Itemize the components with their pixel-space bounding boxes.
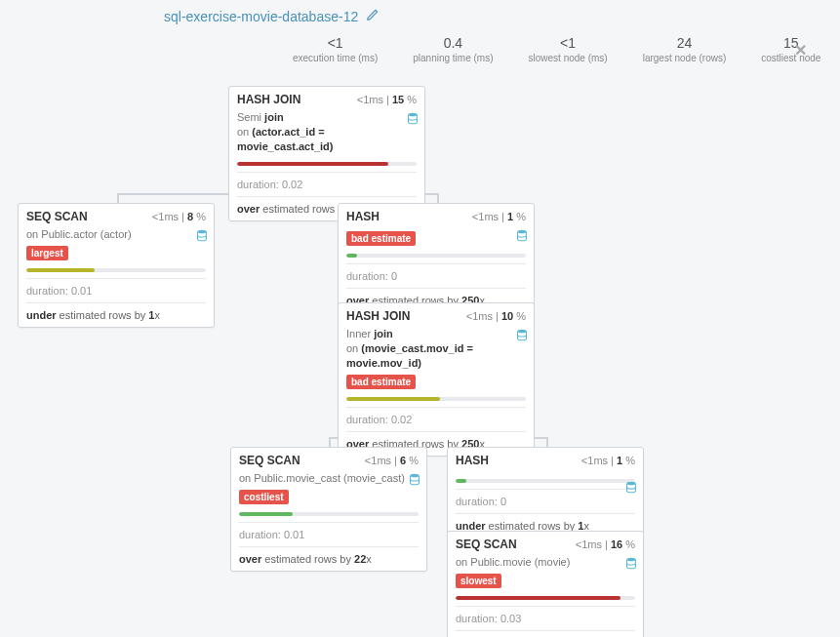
node-header: SEQ SCAN <1ms | 8 % [19,204,214,227]
stat-value: 15 [761,35,820,51]
duration-bar-fill [26,268,95,272]
divider [26,302,206,303]
node-stats: <1ms | 15 % [357,94,417,105]
stat-execution-time: <1 execution time (ms) [293,35,378,63]
node-title: SEQ SCAN [26,210,88,223]
svg-point-3 [518,330,527,334]
connector [437,193,439,203]
plan-node-hash-join[interactable]: HASH JOIN <1ms | 10 % Inner join on (mov… [338,302,535,457]
node-header: SEQ SCAN <1ms | 16 % [448,532,643,555]
badge-bad-estimate: bad estimate [346,375,416,389]
node-title: SEQ SCAN [239,454,300,467]
badge-bad-estimate: bad estimate [346,231,416,246]
stat-label: largest node (rows) [643,53,727,63]
divider [456,489,635,490]
duration-line: duration: 0.01 [26,285,206,297]
plan-node-hash[interactable]: HASH <1ms | 1 % bad estimate duration: 0… [338,203,535,313]
stat-planning-time: 0.4 planning time (ms) [413,35,493,63]
duration-bar-fill [237,162,388,166]
plan-title[interactable]: sql-exercise-movie-database-12 [164,9,358,24]
divider [456,630,635,631]
duration-line: duration: 0.03 [456,613,635,624]
badge-slowest: slowest [456,574,501,588]
divider [237,196,417,197]
edit-icon[interactable] [366,8,380,24]
stat-largest-node: 24 largest node (rows) [643,35,727,63]
connector [329,437,331,447]
node-title: HASH [346,210,380,223]
node-detail: on Public.movie_cast (movie_cast) [239,471,419,486]
divider [346,407,526,408]
stat-value: 24 [643,35,727,51]
node-header: HASH <1ms | 1 % [448,448,643,471]
node-title: HASH [456,454,489,467]
svg-point-6 [627,558,636,562]
node-body: duration: 0 under estimated rows by 1x [448,479,643,537]
plan-node-seq-scan[interactable]: SEQ SCAN <1ms | 8 % on Public.actor (act… [18,203,215,328]
node-header: SEQ SCAN <1ms | 6 % [231,448,426,471]
duration-bar-fill [346,397,440,401]
stat-value: <1 [529,35,608,51]
database-icon[interactable] [516,229,528,243]
plan-node-seq-scan[interactable]: SEQ SCAN <1ms | 16 % on Public.movie (mo… [447,531,644,637]
divider [237,172,417,173]
divider [239,546,419,547]
plan-title-row: sql-exercise-movie-database-12 [164,8,380,24]
database-icon[interactable] [516,329,528,342]
stat-label: planning time (ms) [413,53,493,63]
connector [546,437,548,447]
badge-largest: largest [26,246,68,260]
duration-bar-fill [456,479,466,483]
database-icon[interactable] [409,473,420,487]
stat-label: costliest node [761,53,820,63]
duration-bar-fill [346,254,357,258]
duration-bar [346,254,526,258]
node-header: HASH JOIN <1ms | 15 % [229,87,424,110]
connector [117,193,119,203]
stat-slowest-node: <1 slowest node (ms) [529,35,608,63]
database-icon[interactable] [196,229,208,243]
divider [239,522,419,523]
svg-point-5 [627,482,636,486]
node-detail: on (actor.act_id = movie_cast.act_id) [237,125,417,154]
divider [346,288,526,289]
divider [346,263,526,264]
node-stats: <1ms | 1 % [581,455,635,466]
plan-node-hash-join[interactable]: HASH JOIN <1ms | 15 % Semi join on (acto… [228,86,425,221]
node-detail: Semi join [237,110,417,125]
duration-line: duration: 0.02 [237,179,417,190]
database-icon[interactable] [625,557,637,571]
node-body: Inner join on (movie_cast.mov_id = movie… [339,327,534,456]
svg-point-1 [198,230,207,234]
node-detail: on Public.actor (actor) [26,227,206,242]
divider [346,431,526,432]
divider [26,278,206,279]
close-icon[interactable]: ✕ [794,41,807,60]
database-icon[interactable] [407,112,419,126]
divider [456,513,635,514]
plan-node-hash[interactable]: HASH <1ms | 1 % duration: 0 under estima… [447,447,644,538]
node-header: HASH <1ms | 1 % [339,204,534,227]
divider [456,606,635,607]
node-detail: on Public.movie (movie) [456,555,635,570]
node-body: on Public.actor (actor) largest duration… [19,227,214,327]
database-icon[interactable] [625,481,637,495]
duration-line: duration: 0.02 [346,414,526,425]
node-title: SEQ SCAN [456,537,517,551]
badge-costliest: costliest [239,490,289,504]
node-stats: <1ms | 8 % [152,211,206,222]
duration-bar [456,479,635,483]
duration-bar [346,397,526,401]
stat-costliest-node: 15 costliest node [761,35,820,63]
stat-label: execution time (ms) [293,53,378,63]
stat-label: slowest node (ms) [529,53,608,63]
duration-bar-fill [239,512,293,516]
estimate-line: over estimated rows by 22x [239,553,419,565]
node-body: on Public.movie (movie) slowest duration… [448,555,643,637]
node-body: on Public.movie_cast (movie_cast) costli… [231,471,426,571]
node-stats: <1ms | 6 % [365,455,419,466]
stats-bar: <1 execution time (ms) 0.4 planning time… [293,35,820,63]
stat-value: <1 [293,35,378,51]
node-title: HASH JOIN [346,309,410,323]
plan-node-seq-scan[interactable]: SEQ SCAN <1ms | 6 % on Public.movie_cast… [230,447,427,572]
